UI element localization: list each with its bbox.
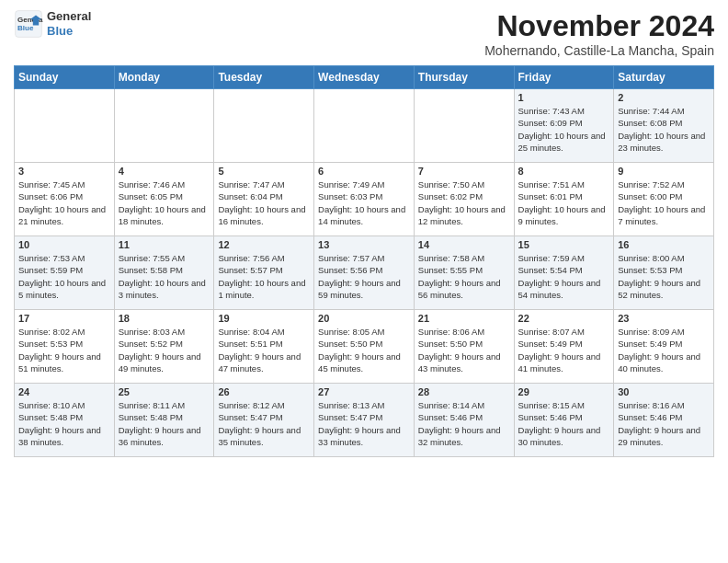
location-title: Mohernando, Castille-La Mancha, Spain [484,43,714,58]
calendar-cell: 28Sunrise: 8:14 AM Sunset: 5:46 PM Dayli… [414,384,514,457]
calendar-cell: 3Sunrise: 7:45 AM Sunset: 6:06 PM Daylig… [15,163,115,236]
calendar-cell: 22Sunrise: 8:07 AM Sunset: 5:49 PM Dayli… [514,310,614,384]
day-info: Sunrise: 8:14 AM Sunset: 5:46 PM Dayligh… [418,399,510,448]
day-info: Sunrise: 8:03 AM Sunset: 5:52 PM Dayligh… [119,326,210,374]
day-info: Sunrise: 7:57 AM Sunset: 5:56 PM Dayligh… [318,252,410,301]
calendar-cell: 17Sunrise: 8:02 AM Sunset: 5:53 PM Dayli… [15,310,115,384]
calendar-cell: 10Sunrise: 7:53 AM Sunset: 5:59 PM Dayli… [15,236,115,310]
logo: General Blue General Blue [14,9,91,39]
calendar-week-row: 1Sunrise: 7:43 AM Sunset: 6:09 PM Daylig… [15,89,714,163]
day-number: 10 [18,239,110,250]
calendar-cell [314,89,415,163]
day-info: Sunrise: 7:47 AM Sunset: 6:04 PM Dayligh… [218,178,310,227]
day-number: 6 [318,166,410,177]
day-info: Sunrise: 7:43 AM Sunset: 6:09 PM Dayligh… [518,105,610,154]
day-number: 28 [418,386,510,397]
day-info: Sunrise: 8:10 AM Sunset: 5:48 PM Dayligh… [18,399,110,448]
day-number: 13 [318,239,410,250]
svg-text:Blue: Blue [17,24,34,32]
calendar-week-row: 10Sunrise: 7:53 AM Sunset: 5:59 PM Dayli… [15,236,714,310]
title-area: November 2024 Mohernando, Castille-La Ma… [484,9,714,58]
page-header: General Blue General Blue November 2024 … [14,9,714,58]
day-info: Sunrise: 7:53 AM Sunset: 5:59 PM Dayligh… [18,252,110,301]
calendar-cell: 26Sunrise: 8:12 AM Sunset: 5:47 PM Dayli… [214,384,314,457]
day-number: 27 [318,386,410,397]
day-info: Sunrise: 7:52 AM Sunset: 6:00 PM Dayligh… [618,178,710,227]
day-number: 18 [119,313,210,324]
calendar-cell [214,89,314,163]
day-number: 7 [418,166,510,177]
calendar-cell: 21Sunrise: 8:06 AM Sunset: 5:50 PM Dayli… [414,310,514,384]
calendar-cell: 14Sunrise: 7:58 AM Sunset: 5:55 PM Dayli… [414,236,514,310]
calendar-cell: 9Sunrise: 7:52 AM Sunset: 6:00 PM Daylig… [614,163,714,236]
day-number: 29 [518,386,610,397]
day-number: 5 [218,166,310,177]
day-info: Sunrise: 8:07 AM Sunset: 5:49 PM Dayligh… [518,326,610,374]
weekday-header-monday: Monday [114,66,214,89]
calendar-cell [114,89,214,163]
calendar-cell: 11Sunrise: 7:55 AM Sunset: 5:58 PM Dayli… [114,236,214,310]
day-number: 26 [218,386,310,397]
day-info: Sunrise: 8:06 AM Sunset: 5:50 PM Dayligh… [418,326,510,374]
day-number: 14 [418,239,510,250]
calendar-cell [15,89,115,163]
weekday-header-row: SundayMondayTuesdayWednesdayThursdayFrid… [15,66,714,89]
calendar-cell [414,89,514,163]
day-info: Sunrise: 7:51 AM Sunset: 6:01 PM Dayligh… [518,178,610,227]
weekday-header-thursday: Thursday [414,66,514,89]
calendar-cell: 25Sunrise: 8:11 AM Sunset: 5:48 PM Dayli… [114,384,214,457]
day-number: 8 [518,166,610,177]
calendar-cell: 8Sunrise: 7:51 AM Sunset: 6:01 PM Daylig… [514,163,614,236]
calendar-cell: 27Sunrise: 8:13 AM Sunset: 5:47 PM Dayli… [314,384,415,457]
logo-text: General Blue [47,9,91,38]
day-number: 12 [218,239,310,250]
weekday-header-friday: Friday [514,66,614,89]
day-number: 23 [618,313,710,324]
day-number: 16 [618,239,710,250]
weekday-header-wednesday: Wednesday [314,66,415,89]
weekday-header-tuesday: Tuesday [214,66,314,89]
day-number: 20 [318,313,410,324]
calendar-week-row: 3Sunrise: 7:45 AM Sunset: 6:06 PM Daylig… [15,163,714,236]
day-info: Sunrise: 7:50 AM Sunset: 6:02 PM Dayligh… [418,178,510,227]
calendar-cell: 30Sunrise: 8:16 AM Sunset: 5:46 PM Dayli… [614,384,714,457]
day-info: Sunrise: 7:49 AM Sunset: 6:03 PM Dayligh… [318,178,410,227]
day-number: 17 [18,313,110,324]
day-number: 15 [518,239,610,250]
month-title: November 2024 [484,9,714,43]
day-info: Sunrise: 7:59 AM Sunset: 5:54 PM Dayligh… [518,252,610,301]
calendar-cell: 1Sunrise: 7:43 AM Sunset: 6:09 PM Daylig… [514,89,614,163]
day-number: 4 [119,166,210,177]
day-info: Sunrise: 7:56 AM Sunset: 5:57 PM Dayligh… [218,252,310,301]
calendar-cell: 5Sunrise: 7:47 AM Sunset: 6:04 PM Daylig… [214,163,314,236]
calendar-week-row: 24Sunrise: 8:10 AM Sunset: 5:48 PM Dayli… [15,384,714,457]
day-info: Sunrise: 8:13 AM Sunset: 5:47 PM Dayligh… [318,399,410,448]
calendar-cell: 24Sunrise: 8:10 AM Sunset: 5:48 PM Dayli… [15,384,115,457]
calendar-cell: 23Sunrise: 8:09 AM Sunset: 5:49 PM Dayli… [614,310,714,384]
calendar-cell: 7Sunrise: 7:50 AM Sunset: 6:02 PM Daylig… [414,163,514,236]
day-info: Sunrise: 8:11 AM Sunset: 5:48 PM Dayligh… [119,399,210,448]
calendar-week-row: 17Sunrise: 8:02 AM Sunset: 5:53 PM Dayli… [15,310,714,384]
day-number: 21 [418,313,510,324]
day-info: Sunrise: 8:12 AM Sunset: 5:47 PM Dayligh… [218,399,310,448]
day-info: Sunrise: 8:09 AM Sunset: 5:49 PM Dayligh… [618,326,710,374]
logo-icon: General Blue [14,9,43,39]
day-number: 9 [618,166,710,177]
day-number: 1 [518,92,610,103]
calendar-cell: 20Sunrise: 8:05 AM Sunset: 5:50 PM Dayli… [314,310,415,384]
day-info: Sunrise: 7:45 AM Sunset: 6:06 PM Dayligh… [18,178,110,227]
day-info: Sunrise: 8:16 AM Sunset: 5:46 PM Dayligh… [618,399,710,448]
day-number: 19 [218,313,310,324]
day-number: 24 [18,386,110,397]
day-number: 25 [119,386,210,397]
calendar-table: SundayMondayTuesdayWednesdayThursdayFrid… [14,65,714,457]
day-number: 2 [618,92,710,103]
day-number: 3 [18,166,110,177]
calendar-cell: 13Sunrise: 7:57 AM Sunset: 5:56 PM Dayli… [314,236,415,310]
day-info: Sunrise: 8:02 AM Sunset: 5:53 PM Dayligh… [18,326,110,374]
day-info: Sunrise: 7:46 AM Sunset: 6:05 PM Dayligh… [119,178,210,227]
day-info: Sunrise: 8:04 AM Sunset: 5:51 PM Dayligh… [218,326,310,374]
day-info: Sunrise: 8:05 AM Sunset: 5:50 PM Dayligh… [318,326,410,374]
day-number: 30 [618,386,710,397]
day-number: 22 [518,313,610,324]
